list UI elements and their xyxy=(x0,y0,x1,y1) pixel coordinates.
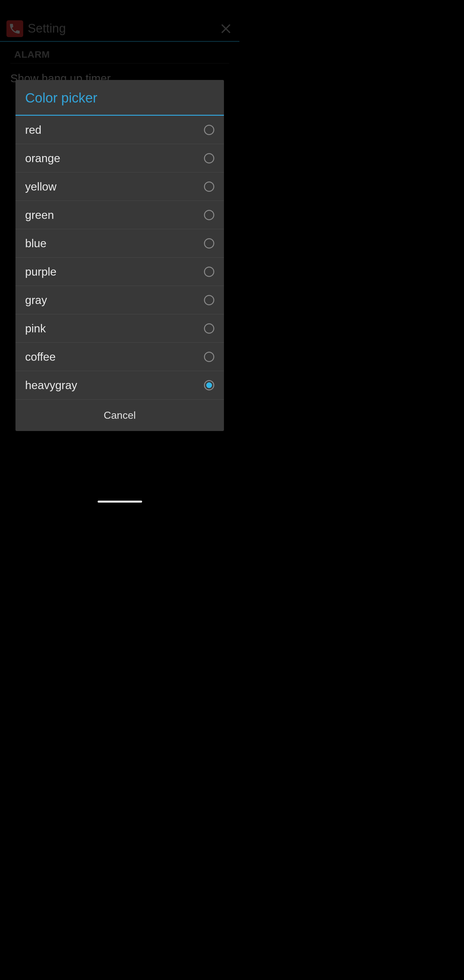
radio-icon xyxy=(204,380,214,390)
color-option-red[interactable]: red xyxy=(16,116,224,144)
color-option-gray[interactable]: gray xyxy=(16,286,224,314)
radio-icon xyxy=(204,267,214,277)
color-option-label: orange xyxy=(25,152,60,165)
radio-icon xyxy=(204,295,214,305)
color-options-list: redorangeyellowgreenbluepurplegraypinkco… xyxy=(16,116,224,399)
radio-icon xyxy=(204,153,214,164)
color-option-yellow[interactable]: yellow xyxy=(16,172,224,201)
radio-icon xyxy=(204,238,214,248)
color-option-label: blue xyxy=(25,237,46,250)
color-option-blue[interactable]: blue xyxy=(16,229,224,258)
color-option-label: green xyxy=(25,208,54,221)
color-option-label: red xyxy=(25,124,41,136)
color-option-label: yellow xyxy=(25,180,56,193)
color-option-green[interactable]: green xyxy=(16,201,224,229)
color-option-coffee[interactable]: coffee xyxy=(16,343,224,371)
radio-icon xyxy=(204,125,214,135)
color-option-label: coffee xyxy=(25,350,56,363)
color-option-purple[interactable]: purple xyxy=(16,258,224,286)
color-option-label: heavygray xyxy=(25,379,77,392)
dialog-header: Color picker xyxy=(16,80,224,116)
cancel-button[interactable]: Cancel xyxy=(16,399,224,431)
color-option-pink[interactable]: pink xyxy=(16,314,224,343)
cancel-label: Cancel xyxy=(104,409,136,422)
color-option-orange[interactable]: orange xyxy=(16,144,224,172)
color-picker-dialog: Color picker redorangeyellowgreenbluepur… xyxy=(16,80,224,431)
color-option-heavygray[interactable]: heavygray xyxy=(16,371,224,399)
color-option-label: purple xyxy=(25,265,56,278)
color-option-label: gray xyxy=(25,294,47,307)
radio-icon xyxy=(204,323,214,334)
radio-icon xyxy=(204,210,214,220)
color-option-label: pink xyxy=(25,322,46,335)
radio-icon xyxy=(204,181,214,192)
dialog-title: Color picker xyxy=(25,90,214,106)
radio-icon xyxy=(204,352,214,362)
nav-home-indicator[interactable] xyxy=(98,501,142,503)
